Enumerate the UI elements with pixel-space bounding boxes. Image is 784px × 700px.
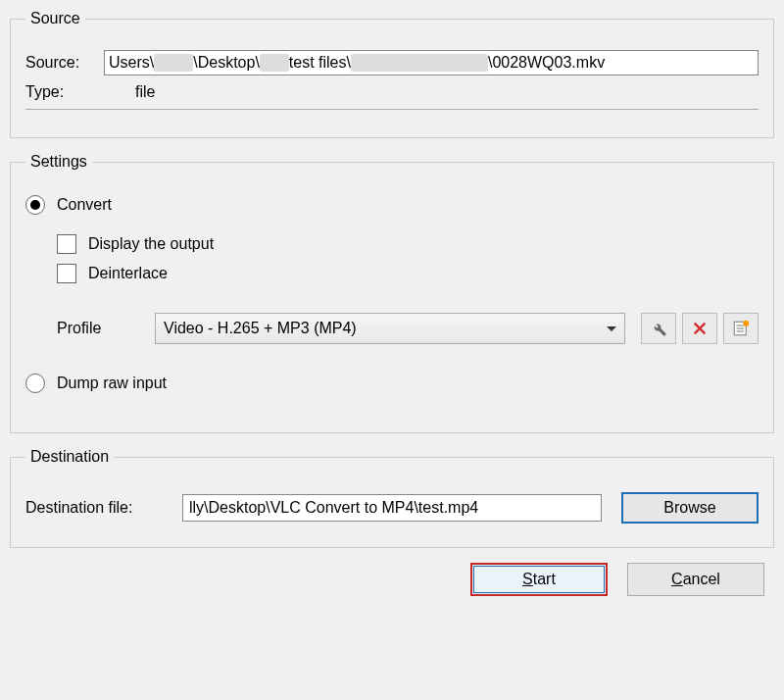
redacted-segment <box>260 54 289 72</box>
profile-select[interactable]: Video - H.265 + MP3 (MP4) <box>155 313 625 344</box>
new-profile-icon <box>732 320 750 337</box>
destination-group: Destination Destination file: Browse <box>10 448 774 548</box>
dump-raw-radio[interactable]: Dump raw input <box>25 374 759 393</box>
type-label: Type: <box>25 83 104 101</box>
checkbox-icon <box>57 234 76 254</box>
profile-row: Profile Video - H.265 + MP3 (MP4) <box>57 313 759 344</box>
convert-radio[interactable]: Convert <box>25 195 759 215</box>
profile-label: Profile <box>57 320 155 337</box>
radio-icon <box>25 374 45 393</box>
edit-profile-button[interactable] <box>641 313 676 344</box>
type-value: file <box>104 83 155 101</box>
destination-row: Destination file: Browse <box>25 492 759 524</box>
wrench-icon <box>650 320 667 337</box>
browse-button[interactable]: Browse <box>621 492 759 524</box>
delete-profile-button[interactable] <box>682 313 717 344</box>
display-output-label: Display the output <box>88 235 214 253</box>
radio-icon <box>25 195 45 215</box>
type-row: Type: file <box>25 83 759 110</box>
start-button[interactable]: Start <box>470 563 608 596</box>
dialog-buttons: Start Cancel <box>10 563 774 596</box>
deinterlace-label: Deinterlace <box>88 265 168 282</box>
new-profile-button[interactable] <box>723 313 759 344</box>
destination-file-input[interactable] <box>182 494 602 522</box>
deinterlace-checkbox[interactable]: Deinterlace <box>57 264 759 283</box>
settings-group: Settings Convert Display the output Dein… <box>10 153 774 433</box>
delete-icon <box>692 321 708 336</box>
redacted-segment <box>154 54 193 72</box>
dump-label: Dump raw input <box>57 375 167 392</box>
source-legend: Source <box>25 10 85 27</box>
source-path-input[interactable]: Users\ \Desktop\ test files\ \0028WQ03.m… <box>104 50 759 75</box>
destination-legend: Destination <box>25 448 114 466</box>
destination-file-label: Destination file: <box>25 499 182 517</box>
checkbox-icon <box>57 264 76 283</box>
svg-point-4 <box>743 321 749 326</box>
redacted-segment <box>351 54 488 72</box>
source-row: Source: Users\ \Desktop\ test files\ \00… <box>25 50 759 75</box>
chevron-down-icon <box>607 326 616 331</box>
display-output-checkbox[interactable]: Display the output <box>57 234 759 254</box>
source-group: Source Source: Users\ \Desktop\ test fil… <box>10 10 774 138</box>
source-label: Source: <box>25 54 104 72</box>
cancel-button[interactable]: Cancel <box>627 563 764 596</box>
settings-legend: Settings <box>25 153 92 171</box>
profile-value: Video - H.265 + MP3 (MP4) <box>164 320 357 337</box>
convert-label: Convert <box>57 196 112 214</box>
